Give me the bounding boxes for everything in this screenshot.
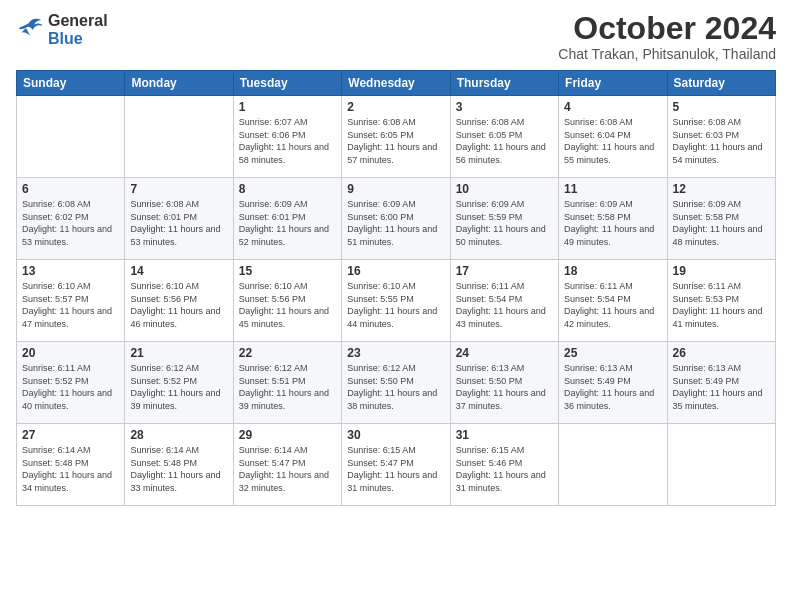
calendar-cell: 25Sunrise: 6:13 AM Sunset: 5:49 PM Dayli… <box>559 342 667 424</box>
day-number: 21 <box>130 346 227 360</box>
day-number: 31 <box>456 428 553 442</box>
cell-content: Sunrise: 6:11 AM Sunset: 5:54 PM Dayligh… <box>564 280 661 330</box>
day-number: 27 <box>22 428 119 442</box>
day-number: 26 <box>673 346 770 360</box>
day-number: 9 <box>347 182 444 196</box>
day-number: 16 <box>347 264 444 278</box>
day-number: 1 <box>239 100 336 114</box>
day-number: 23 <box>347 346 444 360</box>
day-number: 11 <box>564 182 661 196</box>
day-number: 4 <box>564 100 661 114</box>
calendar-cell: 7Sunrise: 6:08 AM Sunset: 6:01 PM Daylig… <box>125 178 233 260</box>
calendar-cell: 8Sunrise: 6:09 AM Sunset: 6:01 PM Daylig… <box>233 178 341 260</box>
cell-content: Sunrise: 6:11 AM Sunset: 5:54 PM Dayligh… <box>456 280 553 330</box>
day-number: 20 <box>22 346 119 360</box>
calendar-cell: 17Sunrise: 6:11 AM Sunset: 5:54 PM Dayli… <box>450 260 558 342</box>
calendar-cell <box>559 424 667 506</box>
calendar-cell: 15Sunrise: 6:10 AM Sunset: 5:56 PM Dayli… <box>233 260 341 342</box>
cell-content: Sunrise: 6:08 AM Sunset: 6:05 PM Dayligh… <box>456 116 553 166</box>
cell-content: Sunrise: 6:13 AM Sunset: 5:49 PM Dayligh… <box>564 362 661 412</box>
cell-content: Sunrise: 6:10 AM Sunset: 5:55 PM Dayligh… <box>347 280 444 330</box>
calendar-cell: 3Sunrise: 6:08 AM Sunset: 6:05 PM Daylig… <box>450 96 558 178</box>
day-number: 6 <box>22 182 119 196</box>
day-number: 25 <box>564 346 661 360</box>
cell-content: Sunrise: 6:09 AM Sunset: 5:59 PM Dayligh… <box>456 198 553 248</box>
weekday-header-row: SundayMondayTuesdayWednesdayThursdayFrid… <box>17 71 776 96</box>
logo: General Blue <box>16 12 108 48</box>
day-number: 14 <box>130 264 227 278</box>
week-row-1: 1Sunrise: 6:07 AM Sunset: 6:06 PM Daylig… <box>17 96 776 178</box>
day-number: 24 <box>456 346 553 360</box>
weekday-header-thursday: Thursday <box>450 71 558 96</box>
header: General Blue October 2024 Chat Trakan, P… <box>16 12 776 62</box>
cell-content: Sunrise: 6:14 AM Sunset: 5:48 PM Dayligh… <box>22 444 119 494</box>
day-number: 3 <box>456 100 553 114</box>
logo-text: General Blue <box>48 12 108 48</box>
weekday-header-wednesday: Wednesday <box>342 71 450 96</box>
calendar-cell: 26Sunrise: 6:13 AM Sunset: 5:49 PM Dayli… <box>667 342 775 424</box>
calendar-cell: 28Sunrise: 6:14 AM Sunset: 5:48 PM Dayli… <box>125 424 233 506</box>
calendar-table: SundayMondayTuesdayWednesdayThursdayFrid… <box>16 70 776 506</box>
cell-content: Sunrise: 6:08 AM Sunset: 6:05 PM Dayligh… <box>347 116 444 166</box>
calendar-cell: 19Sunrise: 6:11 AM Sunset: 5:53 PM Dayli… <box>667 260 775 342</box>
calendar-cell: 30Sunrise: 6:15 AM Sunset: 5:47 PM Dayli… <box>342 424 450 506</box>
calendar-cell: 22Sunrise: 6:12 AM Sunset: 5:51 PM Dayli… <box>233 342 341 424</box>
logo-icon <box>16 16 44 44</box>
cell-content: Sunrise: 6:11 AM Sunset: 5:53 PM Dayligh… <box>673 280 770 330</box>
calendar-cell: 2Sunrise: 6:08 AM Sunset: 6:05 PM Daylig… <box>342 96 450 178</box>
calendar-cell <box>667 424 775 506</box>
cell-content: Sunrise: 6:08 AM Sunset: 6:04 PM Dayligh… <box>564 116 661 166</box>
cell-content: Sunrise: 6:12 AM Sunset: 5:50 PM Dayligh… <box>347 362 444 412</box>
calendar-cell: 12Sunrise: 6:09 AM Sunset: 5:58 PM Dayli… <box>667 178 775 260</box>
weekday-header-tuesday: Tuesday <box>233 71 341 96</box>
day-number: 7 <box>130 182 227 196</box>
day-number: 5 <box>673 100 770 114</box>
calendar-cell: 21Sunrise: 6:12 AM Sunset: 5:52 PM Dayli… <box>125 342 233 424</box>
calendar-cell: 4Sunrise: 6:08 AM Sunset: 6:04 PM Daylig… <box>559 96 667 178</box>
cell-content: Sunrise: 6:11 AM Sunset: 5:52 PM Dayligh… <box>22 362 119 412</box>
month-title: October 2024 <box>558 12 776 44</box>
calendar-cell: 10Sunrise: 6:09 AM Sunset: 5:59 PM Dayli… <box>450 178 558 260</box>
location-title: Chat Trakan, Phitsanulok, Thailand <box>558 46 776 62</box>
day-number: 2 <box>347 100 444 114</box>
week-row-4: 20Sunrise: 6:11 AM Sunset: 5:52 PM Dayli… <box>17 342 776 424</box>
calendar-cell <box>125 96 233 178</box>
day-number: 12 <box>673 182 770 196</box>
weekday-header-saturday: Saturday <box>667 71 775 96</box>
calendar-cell: 20Sunrise: 6:11 AM Sunset: 5:52 PM Dayli… <box>17 342 125 424</box>
calendar-cell: 27Sunrise: 6:14 AM Sunset: 5:48 PM Dayli… <box>17 424 125 506</box>
cell-content: Sunrise: 6:08 AM Sunset: 6:02 PM Dayligh… <box>22 198 119 248</box>
week-row-5: 27Sunrise: 6:14 AM Sunset: 5:48 PM Dayli… <box>17 424 776 506</box>
day-number: 15 <box>239 264 336 278</box>
calendar-cell: 24Sunrise: 6:13 AM Sunset: 5:50 PM Dayli… <box>450 342 558 424</box>
cell-content: Sunrise: 6:07 AM Sunset: 6:06 PM Dayligh… <box>239 116 336 166</box>
calendar-cell: 5Sunrise: 6:08 AM Sunset: 6:03 PM Daylig… <box>667 96 775 178</box>
day-number: 10 <box>456 182 553 196</box>
calendar-cell: 14Sunrise: 6:10 AM Sunset: 5:56 PM Dayli… <box>125 260 233 342</box>
cell-content: Sunrise: 6:12 AM Sunset: 5:51 PM Dayligh… <box>239 362 336 412</box>
day-number: 17 <box>456 264 553 278</box>
calendar-cell: 23Sunrise: 6:12 AM Sunset: 5:50 PM Dayli… <box>342 342 450 424</box>
cell-content: Sunrise: 6:15 AM Sunset: 5:46 PM Dayligh… <box>456 444 553 494</box>
cell-content: Sunrise: 6:14 AM Sunset: 5:48 PM Dayligh… <box>130 444 227 494</box>
week-row-3: 13Sunrise: 6:10 AM Sunset: 5:57 PM Dayli… <box>17 260 776 342</box>
cell-content: Sunrise: 6:14 AM Sunset: 5:47 PM Dayligh… <box>239 444 336 494</box>
calendar-cell: 29Sunrise: 6:14 AM Sunset: 5:47 PM Dayli… <box>233 424 341 506</box>
calendar-cell: 13Sunrise: 6:10 AM Sunset: 5:57 PM Dayli… <box>17 260 125 342</box>
calendar-cell: 9Sunrise: 6:09 AM Sunset: 6:00 PM Daylig… <box>342 178 450 260</box>
calendar-page: General Blue October 2024 Chat Trakan, P… <box>0 0 792 612</box>
day-number: 29 <box>239 428 336 442</box>
weekday-header-friday: Friday <box>559 71 667 96</box>
cell-content: Sunrise: 6:13 AM Sunset: 5:50 PM Dayligh… <box>456 362 553 412</box>
cell-content: Sunrise: 6:10 AM Sunset: 5:57 PM Dayligh… <box>22 280 119 330</box>
calendar-cell: 1Sunrise: 6:07 AM Sunset: 6:06 PM Daylig… <box>233 96 341 178</box>
title-block: October 2024 Chat Trakan, Phitsanulok, T… <box>558 12 776 62</box>
day-number: 22 <box>239 346 336 360</box>
cell-content: Sunrise: 6:13 AM Sunset: 5:49 PM Dayligh… <box>673 362 770 412</box>
day-number: 18 <box>564 264 661 278</box>
calendar-cell: 16Sunrise: 6:10 AM Sunset: 5:55 PM Dayli… <box>342 260 450 342</box>
cell-content: Sunrise: 6:15 AM Sunset: 5:47 PM Dayligh… <box>347 444 444 494</box>
cell-content: Sunrise: 6:10 AM Sunset: 5:56 PM Dayligh… <box>239 280 336 330</box>
calendar-cell <box>17 96 125 178</box>
cell-content: Sunrise: 6:09 AM Sunset: 5:58 PM Dayligh… <box>673 198 770 248</box>
